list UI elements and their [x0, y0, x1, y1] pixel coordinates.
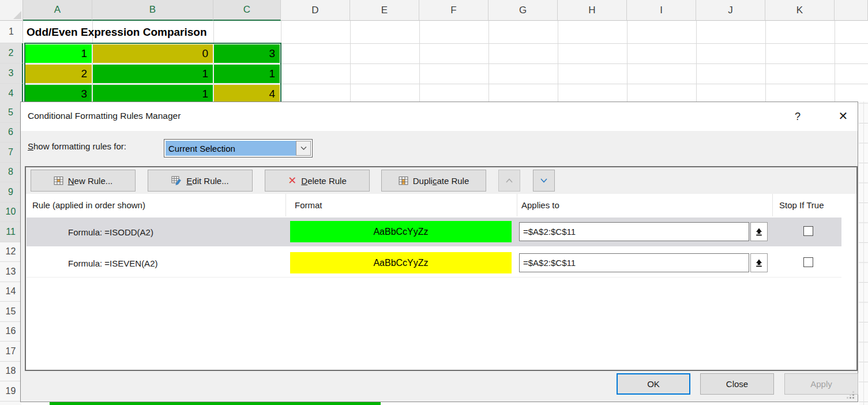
excel-screen: A B C D E F G H I J K 1 2 3	[0, 0, 868, 405]
cell-b3[interactable]: 1	[93, 65, 213, 83]
gridline	[765, 21, 766, 102]
collapse-range-icon	[754, 227, 764, 237]
format-preview: AaBbCcYyZz	[290, 221, 512, 242]
row-header[interactable]: 15	[0, 302, 21, 322]
new-rule-button[interactable]: New Rule...	[31, 170, 136, 192]
table-duplicate-icon	[399, 176, 408, 186]
delete-rule-button[interactable]: ✕ Delete Rule	[265, 170, 370, 192]
row-headers-top: 1 2 3 4	[0, 21, 23, 104]
row-header[interactable]: 9	[0, 182, 21, 202]
column-header[interactable]: F	[419, 0, 489, 21]
chevron-down-icon	[300, 146, 307, 151]
cell-a1-title[interactable]: Odd/Even Expression Comparison	[27, 23, 280, 42]
dialog-titlebar[interactable]: Conditional Formatting Rules Manager ? ✕	[21, 102, 858, 131]
column-header[interactable]: D	[281, 0, 350, 21]
conditional-formatting-rules-manager-dialog: Conditional Formatting Rules Manager ? ✕…	[20, 102, 858, 402]
column-header[interactable]: A	[23, 0, 92, 21]
resize-grip[interactable]	[847, 391, 854, 399]
rule-description: Formula: =ISODD(A2)	[68, 217, 153, 246]
column-divider	[772, 194, 773, 216]
row-header[interactable]: 11	[0, 222, 21, 242]
row-header[interactable]: 20	[0, 402, 21, 405]
close-button[interactable]: Close	[700, 373, 774, 395]
col-header-format: Format	[295, 194, 322, 216]
cell-c4[interactable]: 4	[214, 85, 280, 103]
edit-rule-button[interactable]: Edit Rule...	[148, 170, 253, 192]
collapse-range-icon	[754, 258, 764, 268]
row-header[interactable]: 7	[0, 142, 21, 163]
ok-button[interactable]: OK	[617, 373, 690, 395]
column-header[interactable]: E	[350, 0, 419, 21]
gridline	[23, 43, 868, 44]
move-rule-up-button[interactable]	[498, 170, 520, 192]
move-rule-down-button[interactable]	[533, 170, 555, 192]
column-header[interactable]: B	[92, 0, 213, 21]
row-header[interactable]: 12	[0, 242, 21, 262]
rule-row-iseven[interactable]: Formula: =ISEVEN(A2) AaBbCcYyZz	[27, 249, 841, 278]
row-header[interactable]: 5	[0, 103, 21, 123]
column-header[interactable]	[835, 0, 868, 21]
help-icon[interactable]: ?	[791, 109, 804, 124]
gridline	[558, 21, 558, 102]
column-header[interactable]: J	[696, 0, 765, 21]
row-header[interactable]: 4	[0, 84, 23, 104]
edit-rule-label: Edit Rule...	[186, 176, 228, 186]
gridline	[489, 21, 489, 102]
gridline	[350, 21, 351, 102]
cell-a2[interactable]: 1	[25, 44, 92, 63]
rules-toolbar: New Rule... Edit Rule... ✕ Delete Rule D…	[26, 167, 856, 194]
column-header[interactable]: G	[489, 0, 558, 21]
row-header[interactable]: 13	[0, 262, 21, 282]
row-header[interactable]: 16	[0, 322, 21, 342]
duplicate-rule-label: Duplicate Rule	[413, 176, 469, 186]
row-header[interactable]: 18	[0, 362, 21, 382]
duplicate-rule-button[interactable]: Duplicate Rule	[381, 170, 486, 192]
cell-c3[interactable]: 1	[214, 65, 280, 83]
cell-a4[interactable]: 3	[25, 85, 92, 103]
column-header[interactable]: H	[558, 0, 627, 21]
column-header[interactable]: C	[213, 0, 281, 21]
cell-b4[interactable]: 1	[93, 85, 213, 103]
column-headers: A B C D E F G H I J K	[23, 0, 868, 21]
cell-b2[interactable]: 0	[93, 44, 213, 63]
row-header[interactable]: 10	[0, 202, 21, 223]
sheet-right-sliver	[859, 102, 868, 405]
close-icon[interactable]: ✕	[836, 108, 851, 124]
column-header[interactable]: K	[765, 0, 835, 21]
show-rules-for-dropdown[interactable]: Current Selection	[164, 139, 313, 158]
chevron-down-icon	[540, 178, 548, 183]
row-header[interactable]: 3	[0, 63, 23, 84]
cell-c2[interactable]: 3	[214, 44, 280, 63]
collapse-dialog-button[interactable]	[750, 222, 768, 241]
row-header[interactable]: 6	[0, 123, 21, 143]
row-header[interactable]: 1	[0, 21, 23, 43]
table-edit-icon	[171, 175, 182, 186]
stop-if-true-checkbox[interactable]	[803, 257, 813, 267]
column-divider	[285, 194, 286, 216]
row-header[interactable]: 14	[0, 282, 21, 302]
row-headers-side: 5 6 7 8 9 10 11 12 13 14 15 16 17 18 19	[0, 103, 21, 405]
column-header[interactable]: I	[627, 0, 696, 21]
row-header[interactable]: 2	[0, 43, 23, 63]
dropdown-selected-value: Current Selection	[166, 141, 296, 156]
gridline	[23, 84, 868, 84]
stop-if-true-checkbox[interactable]	[803, 226, 813, 236]
gridline	[281, 21, 281, 102]
applies-to-input[interactable]	[519, 253, 749, 272]
collapse-dialog-button[interactable]	[750, 253, 768, 272]
red-x-icon: ✕	[288, 175, 296, 186]
rule-row-isodd[interactable]: Formula: =ISODD(A2) AaBbCcYyZz	[27, 217, 841, 246]
new-rule-label: New Rule...	[68, 176, 113, 186]
cell-a3[interactable]: 2	[25, 65, 92, 83]
col-header-applies-to: Applies to	[521, 194, 559, 216]
select-all-corner[interactable]	[0, 0, 23, 21]
dropdown-arrow-button[interactable]	[296, 141, 311, 156]
applies-to-input[interactable]	[519, 222, 749, 241]
col-header-rule: Rule (applied in order shown)	[32, 194, 145, 216]
row20-green-cells	[50, 402, 381, 405]
rule-description: Formula: =ISEVEN(A2)	[68, 249, 157, 278]
row-header[interactable]: 19	[0, 381, 21, 402]
column-divider	[517, 194, 517, 216]
row-header[interactable]: 17	[0, 342, 21, 362]
row-header[interactable]: 8	[0, 163, 21, 183]
